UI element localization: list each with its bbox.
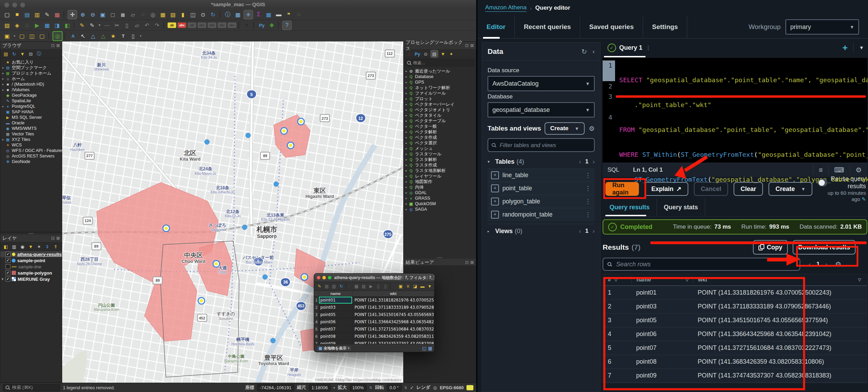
- toolbar-icon[interactable]: ▼: [98, 21, 101, 30]
- toolbar-icon[interactable]: ⊖: [88, 10, 97, 19]
- toolbar-icon[interactable]: ◻: [108, 10, 117, 19]
- toolbar-icon[interactable]: [253, 22, 255, 29]
- toolbar-icon[interactable]: ▥: [33, 10, 41, 19]
- toolbar-icon[interactable]: ✎: [78, 21, 86, 30]
- toolbar-icon[interactable]: abc: [218, 22, 226, 28]
- toolbox-tree-item[interactable]: ▸Qラスタ解析: [404, 157, 476, 162]
- toolbar-icon[interactable]: A: [69, 32, 77, 40]
- toolbox-tree-item[interactable]: ▸Qメッシュ: [404, 146, 476, 151]
- browser-tool-icon[interactable]: ▼: [19, 50, 26, 57]
- toolbar-icon[interactable]: ✳: [244, 10, 253, 19]
- sql-editor[interactable]: 1 2 3 4 SELECT "geospatial_database"."po…: [603, 58, 867, 163]
- toolbox-tree-item[interactable]: ▸Qベクタジオメトリ: [404, 107, 476, 113]
- toolbar-icon[interactable]: [238, 22, 240, 29]
- page-next-icon[interactable]: ›: [593, 228, 595, 235]
- layers-tool-icon[interactable]: ◉: [19, 243, 26, 250]
- attribute-row[interactable]: 4point06POINT (141.336643425968 43.06354…: [314, 318, 434, 326]
- browser-tree-item[interactable]: ▸▦XYZ Tiles: [1, 137, 62, 142]
- toolbar-icon[interactable]: ▧: [169, 10, 177, 19]
- athena-query-result-marker[interactable]: [163, 226, 169, 231]
- toolbox-search-input[interactable]: 検索...: [405, 59, 474, 66]
- page-next-icon[interactable]: ›: [593, 158, 595, 165]
- layers-tool-icon[interactable]: ⇕: [44, 243, 51, 250]
- sample-point-marker[interactable]: [263, 274, 268, 279]
- toolbar-icon[interactable]: ∴: [23, 21, 31, 30]
- attr-col-wkt[interactable]: wkt: [352, 291, 434, 297]
- col-wkt[interactable]: wkt: [693, 276, 853, 283]
- toolbox-tree-item[interactable]: ▸Qファイルツール: [404, 90, 476, 96]
- spinner-icon[interactable]: ⇅: [369, 386, 372, 390]
- render-checkbox[interactable]: ✓: [410, 385, 414, 390]
- sql-code[interactable]: SELECT "geospatial_database"."point_tabl…: [615, 58, 868, 163]
- athena-query-result-marker[interactable]: [288, 143, 293, 148]
- attribute-toolbar-icon[interactable]: [346, 283, 352, 289]
- toolbar-icon[interactable]: ❖: [267, 21, 276, 30]
- toolbox-tree-item[interactable]: ▸Qベクタタイル: [404, 113, 476, 118]
- breadcrumb-athena-link[interactable]: Amazon Athena: [485, 4, 527, 12]
- page-next-icon[interactable]: ›: [825, 260, 828, 268]
- expand-table-icon[interactable]: +: [491, 184, 499, 192]
- toolbox-tool-icon[interactable]: ⊙: [422, 50, 429, 57]
- toolbar-icon[interactable]: ▱: [129, 10, 137, 19]
- toolbox-tool-icon[interactable]: ✦: [448, 50, 455, 57]
- create-button[interactable]: Create▼: [545, 122, 585, 135]
- main-tab[interactable]: Recent queries: [515, 16, 580, 38]
- query-tabs-dropdown-icon[interactable]: ▼: [859, 45, 864, 50]
- layer-visibility-checkbox[interactable]: ✓: [6, 270, 10, 275]
- attribute-toolbar-icon[interactable]: ◫: [434, 283, 435, 289]
- attribute-toolbar-icon[interactable]: ✎: [317, 283, 323, 289]
- float-panel-icon[interactable]: ⊡: [51, 43, 55, 48]
- toolbox-tool-icon[interactable]: ▼: [440, 50, 446, 57]
- toolbar-icon[interactable]: ab: [188, 22, 196, 28]
- browser-tree-item[interactable]: ◉WMS/WMTS: [1, 126, 62, 131]
- browser-tree-item[interactable]: ▸■/Volumes: [1, 87, 62, 93]
- toolbar-icon[interactable]: [48, 32, 50, 39]
- collapse-panel-icon[interactable]: ‹: [593, 48, 595, 55]
- athena-query-result-marker[interactable]: [199, 298, 204, 304]
- browser-tree-item[interactable]: ▦Vector Tiles: [1, 131, 62, 137]
- toolbox-tree-item[interactable]: ▸Qベクタ選択: [404, 140, 476, 146]
- table-list-item[interactable]: +polygon_table⋮: [488, 195, 595, 208]
- browser-tree-item[interactable]: ▸▤空間ブックマーク: [1, 65, 62, 70]
- toolbar-icon[interactable]: ◼: [119, 10, 127, 19]
- browser-tree-item[interactable]: ★お気に入り: [1, 59, 62, 65]
- layer-item[interactable]: ✓sample-polygon: [0, 270, 62, 276]
- toolbar-icon[interactable]: ▶: [33, 21, 41, 30]
- table-view-icon[interactable]: ▦: [428, 346, 432, 351]
- attribute-row[interactable]: 5point07POINT (141.372715610684 43.08370…: [314, 326, 434, 333]
- close-panel-icon[interactable]: ⊠: [56, 43, 60, 48]
- layer-item[interactable]: ✓sample-line: [0, 264, 62, 270]
- main-tab[interactable]: Editor: [478, 16, 515, 38]
- attribute-toolbar-icon[interactable]: ▶: [368, 283, 374, 289]
- toolbox-tree-item[interactable]: ▸♦GRASS: [404, 195, 476, 201]
- epsg-badge[interactable]: EPSG:6680: [440, 385, 464, 390]
- toolbar-icon[interactable]: ↖: [79, 32, 87, 40]
- toolbar-icon[interactable]: ■: [13, 10, 21, 19]
- toolbox-tree-item[interactable]: ▸Qプロット: [404, 96, 476, 102]
- toolbox-tree-item[interactable]: ▸Qベクタ作成: [404, 135, 476, 140]
- toolbar-icon[interactable]: ◫: [28, 32, 36, 40]
- toolbox-tree-item[interactable]: ▸◎GDAL: [404, 190, 476, 195]
- close-panel-icon[interactable]: ⊠: [470, 43, 474, 48]
- database-select[interactable]: geospatial_database▼: [488, 102, 595, 117]
- layers-tool-icon[interactable]: ▼: [27, 243, 34, 250]
- results-row[interactable]: 1point01POINT (141.331818261976 43.07005…: [603, 286, 867, 300]
- toolbar-icon[interactable]: ▦: [234, 10, 242, 19]
- toolbar-icon[interactable]: ◎: [149, 10, 157, 19]
- browser-tree-item[interactable]: ✶WCS: [1, 142, 62, 148]
- layers-tool-icon[interactable]: ◧: [2, 243, 9, 250]
- toolbar-icon[interactable]: ◌: [294, 10, 303, 19]
- toolbar-icon[interactable]: abc: [178, 22, 186, 28]
- browser-tree-item[interactable]: ◎WFS / OGC API - Features: [1, 148, 62, 153]
- views-section-header[interactable]: ▸ Views(0) ‹1›: [488, 224, 595, 238]
- browser-tool-icon[interactable]: ⊟: [27, 50, 34, 57]
- toolbar-icon[interactable]: ↻: [209, 10, 217, 19]
- toolbox-tool-icon[interactable]: ∴: [406, 50, 413, 57]
- attribute-row[interactable]: 2point03POINT (141.371183333189 43.07905…: [314, 304, 434, 311]
- layer-item[interactable]: ✓athena-query-results: [0, 251, 62, 257]
- browser-tree-item[interactable]: ✻GeoNode: [1, 159, 62, 164]
- reuse-results-toggle[interactable]: [818, 179, 827, 187]
- browser-tree-item[interactable]: ▬Oracle: [1, 120, 62, 126]
- attribute-toolbar-icon[interactable]: ▨: [361, 283, 367, 289]
- attr-col-name[interactable]: name: [319, 291, 352, 297]
